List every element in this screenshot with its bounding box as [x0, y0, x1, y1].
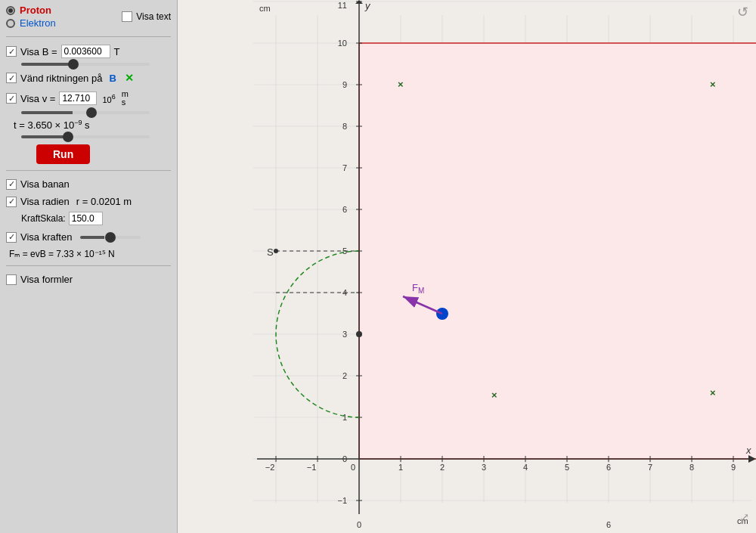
green-cross-4: × — [491, 389, 497, 401]
visa-text-label: Visa text — [136, 11, 171, 22]
graph-panel: x y cm cm −2 −1 0 1 2 3 4 5 6 7 8 9 6 0 … — [178, 0, 756, 533]
y-tick-11: 11 — [338, 1, 347, 10]
proton-label: Proton — [20, 5, 51, 16]
divider-2 — [6, 170, 171, 171]
visa-banan-row: Visa banan — [6, 178, 171, 190]
visa-b-slider[interactable] — [21, 63, 150, 66]
green-cross-2: × — [710, 79, 716, 90]
visa-kraften-label: Visa kraften — [20, 231, 72, 243]
run-button[interactable]: Run — [36, 144, 90, 164]
kraftskala-row: KraftSkala: — [6, 212, 171, 225]
y-tick-10: 10 — [338, 39, 347, 48]
y-tick-8: 8 — [342, 122, 347, 131]
visa-b-label: Visa B = — [20, 46, 57, 57]
x-tick-1: 1 — [398, 463, 403, 472]
visa-v-exp: 106 — [102, 93, 115, 104]
x-tick-9: 9 — [731, 463, 736, 472]
visa-kraften-checkbox[interactable] — [6, 232, 17, 243]
y-unit: cm — [259, 4, 271, 13]
particle-row: Proton Elektron Visa text — [6, 5, 171, 29]
kraftskala-input[interactable] — [69, 212, 103, 225]
visa-kraften-slider[interactable] — [80, 236, 141, 239]
visa-v-input[interactable] — [59, 91, 97, 105]
t-label: t = 3.650 × 10−9 s — [14, 119, 90, 131]
visa-b-input[interactable] — [61, 45, 110, 58]
y-tick-0: 0 — [342, 454, 347, 463]
x-tick-5: 5 — [565, 463, 569, 472]
x-tick-6b: 6 — [606, 520, 611, 529]
visa-b-checkbox[interactable] — [6, 46, 17, 57]
visa-text-checkbox[interactable] — [122, 11, 132, 22]
y-tick-2: 2 — [342, 371, 347, 380]
visa-b-row: Visa B = T — [6, 45, 171, 58]
x-tick-7: 7 — [648, 463, 652, 472]
green-cross-1: × — [398, 79, 404, 90]
y-tick--1: −1 — [337, 496, 347, 505]
vand-x-icon: ✕ — [125, 72, 134, 84]
visa-radien-row: Visa radien r = 0.0201 m — [6, 196, 171, 207]
vand-checkbox[interactable] — [6, 73, 17, 83]
x-tick-8: 8 — [689, 463, 694, 472]
x-tick-0b: 0 — [357, 520, 361, 529]
vand-b: B — [109, 73, 116, 84]
reset-icon[interactable]: ↺ — [737, 5, 748, 20]
expand-icon[interactable]: ⤢ — [739, 511, 749, 524]
x-tick-6: 6 — [606, 463, 611, 472]
visa-b-slider-row — [6, 63, 171, 66]
particle-selector: Proton Elektron — [6, 5, 56, 29]
fm-formula: Fₘ = evB = 7.33 × 10⁻¹⁵ N — [6, 249, 171, 259]
s-dot — [274, 249, 278, 253]
elektron-label: Elektron — [20, 17, 56, 29]
elektron-option[interactable]: Elektron — [6, 17, 56, 29]
visa-banan-checkbox[interactable] — [6, 179, 17, 190]
proton-radio[interactable] — [6, 6, 15, 15]
divider-3 — [6, 265, 171, 266]
y-tick-6: 6 — [342, 205, 347, 214]
y-tick-9: 9 — [342, 80, 347, 89]
vand-row: Vänd riktningen på B ✕ — [6, 72, 171, 84]
visa-v-unit: ms — [122, 90, 129, 107]
x-tick-2: 2 — [440, 463, 445, 472]
y-tick-7: 7 — [342, 163, 347, 172]
control-panel: Proton Elektron Visa text Visa B = T Vän… — [0, 0, 178, 533]
visa-formler-checkbox[interactable] — [6, 274, 17, 285]
x-tick-0: 0 — [351, 463, 355, 472]
field-region — [359, 43, 756, 459]
x-tick-4: 4 — [523, 463, 528, 472]
visa-b-unit: T — [114, 46, 120, 57]
visa-v-checkbox[interactable] — [6, 93, 17, 104]
green-cross-3: × — [710, 387, 716, 398]
vand-label: Vänd riktningen på — [20, 73, 102, 84]
elektron-radio[interactable] — [6, 19, 15, 28]
x-tick--2: −2 — [265, 463, 275, 472]
origin-dot — [356, 331, 362, 337]
visa-radien-checkbox[interactable] — [6, 197, 17, 207]
visa-v-slider-row — [6, 111, 171, 114]
visa-kraften-row: Visa kraften — [6, 231, 171, 243]
kraftskala-label: KraftSkala: — [21, 213, 66, 224]
visa-formler-label: Visa formler — [20, 274, 73, 285]
visa-formler-row: Visa formler — [6, 274, 171, 285]
radien-value: r = 0.0201 m — [76, 196, 132, 207]
x-tick--1: −1 — [307, 463, 317, 472]
s-label: S — [267, 246, 274, 258]
y-tick-1: 1 — [342, 413, 347, 422]
run-row: Run — [6, 144, 171, 164]
divider-1 — [6, 36, 171, 37]
visa-banan-label: Visa banan — [20, 178, 70, 190]
x-tick-3: 3 — [482, 463, 486, 472]
x-axis-label: x — [745, 445, 751, 456]
visa-v-slider[interactable] — [21, 111, 150, 114]
y-tick-3: 3 — [342, 330, 347, 339]
visa-v-row: Visa v = 106 ms — [6, 90, 171, 107]
proton-option[interactable]: Proton — [6, 5, 56, 16]
visa-radien-label: Visa radien — [20, 196, 70, 207]
visa-text-row: Visa text — [122, 11, 171, 22]
t-slider[interactable] — [21, 135, 150, 138]
visa-v-label: Visa v = — [20, 93, 55, 104]
graph-svg: x y cm cm −2 −1 0 1 2 3 4 5 6 7 8 9 6 0 … — [178, 0, 756, 533]
t-row: t = 3.650 × 10−9 s — [6, 119, 171, 131]
t-slider-row — [6, 135, 171, 138]
